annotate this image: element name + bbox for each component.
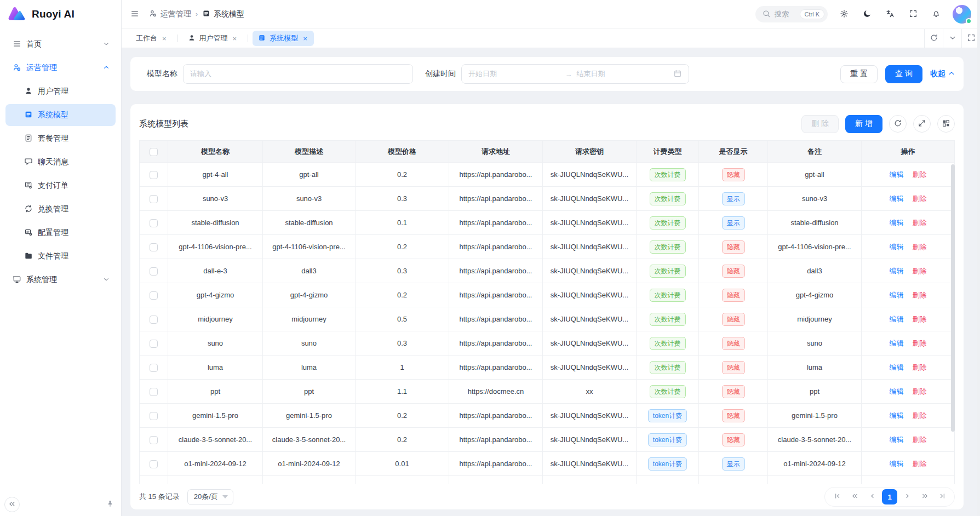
add-button[interactable]: 新 增 [845, 115, 882, 133]
delete-link[interactable]: 删除 [913, 339, 927, 347]
page-size-select[interactable]: 20条/页 [187, 489, 233, 505]
sidebar-item-用户管理[interactable]: 用户管理 [5, 81, 116, 102]
edit-link[interactable]: 编辑 [890, 339, 904, 347]
row-checkbox[interactable] [150, 243, 158, 251]
table-refresh-button[interactable] [889, 115, 907, 133]
sidebar-item-首页[interactable]: 首页 [5, 33, 116, 55]
delete-link[interactable]: 删除 [913, 194, 927, 203]
delete-link[interactable]: 删除 [913, 267, 927, 275]
close-icon[interactable]: × [302, 34, 308, 43]
chat-icon [24, 157, 33, 168]
page-number-current[interactable]: 1 [882, 489, 897, 504]
row-checkbox[interactable] [150, 291, 158, 300]
delete-link[interactable]: 删除 [913, 315, 927, 323]
user-avatar[interactable] [953, 5, 971, 24]
column-settings-button[interactable] [937, 115, 955, 133]
edit-link[interactable]: 编辑 [890, 435, 904, 444]
sidebar-item-系统管理[interactable]: 系统管理 [5, 269, 116, 291]
collapse-filter-link[interactable]: 收起 [930, 69, 954, 79]
cell-checkbox [140, 259, 168, 283]
delete-link[interactable]: 删除 [913, 460, 927, 468]
sidebar-item-配置管理[interactable]: 配置管理 [5, 222, 116, 244]
window-scrollbar[interactable] [977, 0, 980, 516]
row-checkbox[interactable] [150, 340, 158, 348]
edit-link[interactable]: 编辑 [890, 267, 904, 275]
prev-page-button[interactable] [864, 489, 880, 504]
delete-link[interactable]: 删除 [913, 435, 927, 444]
delete-link[interactable]: 删除 [913, 363, 927, 371]
model-name-input[interactable]: 请输入 [183, 64, 413, 84]
sidebar-item-套餐管理[interactable]: 套餐管理 [5, 128, 116, 150]
reset-button[interactable]: 重 置 [840, 65, 878, 83]
next-page-button[interactable] [899, 489, 915, 504]
dark-mode-button[interactable] [861, 7, 874, 22]
notifications-button[interactable] [930, 7, 943, 22]
fullscreen-button[interactable] [907, 7, 920, 22]
close-icon[interactable]: × [161, 34, 168, 43]
edit-link[interactable]: 编辑 [890, 243, 904, 251]
edit-link[interactable]: 编辑 [890, 315, 904, 323]
row-checkbox[interactable] [150, 219, 158, 227]
delete-link[interactable]: 删除 [913, 291, 927, 299]
global-search[interactable]: 搜索 Ctrl K [755, 6, 828, 22]
delete-link[interactable]: 删除 [913, 219, 927, 227]
edit-link[interactable]: 编辑 [890, 291, 904, 299]
cell-billing-type: 次数计费 [637, 307, 699, 331]
edit-link[interactable]: 编辑 [890, 194, 904, 203]
cell-checkbox [140, 404, 168, 428]
refresh-tab-button[interactable] [924, 29, 943, 48]
row-checkbox[interactable] [150, 460, 158, 468]
delete-link[interactable]: 删除 [913, 387, 927, 395]
edit-link[interactable]: 编辑 [890, 411, 904, 420]
date-range-input[interactable]: 开始日期 → 结束日期 [461, 64, 689, 84]
delete-link[interactable]: 删除 [913, 170, 927, 179]
hamburger-button[interactable] [128, 7, 141, 22]
delete-link[interactable]: 删除 [913, 411, 927, 420]
row-checkbox[interactable] [150, 436, 158, 444]
sidebar-item-系统模型[interactable]: 系统模型 [5, 104, 116, 126]
edit-link[interactable]: 编辑 [890, 363, 904, 371]
sidebar-item-兑换管理[interactable]: 兑换管理 [5, 198, 116, 220]
row-checkbox[interactable] [150, 388, 158, 396]
row-checkbox[interactable] [150, 364, 158, 372]
table-scrollbar[interactable] [951, 164, 955, 432]
brand[interactable]: Ruoyi AI [0, 0, 121, 28]
cell-request-key: sk-JIUQLNndqSeKWU... [543, 211, 637, 235]
language-button[interactable] [884, 7, 897, 22]
tab-工作台[interactable]: 工作台× [130, 31, 173, 46]
row-checkbox[interactable] [150, 267, 158, 276]
prev-pages-button[interactable] [847, 489, 862, 504]
tab-用户管理[interactable]: 用户管理× [182, 31, 244, 46]
row-checkbox[interactable] [150, 195, 158, 203]
sidebar-item-支付订单[interactable]: 支付订单 [5, 175, 116, 197]
breadcrumb-item-运营管理[interactable]: 运营管理 [149, 9, 191, 19]
last-page-button[interactable] [935, 489, 950, 504]
sidebar-item-运营管理[interactable]: 运营管理 [5, 57, 116, 79]
cell-request-key: xx [543, 380, 637, 404]
row-checkbox[interactable] [150, 412, 158, 420]
cell-model-price: 0.2 [356, 163, 449, 187]
sidebar-collapse-button[interactable] [4, 497, 20, 512]
select-all-checkbox[interactable] [150, 148, 158, 156]
next-pages-button[interactable] [917, 489, 932, 504]
first-page-button[interactable] [829, 489, 845, 504]
edit-link[interactable]: 编辑 [890, 387, 904, 395]
sidebar-item-文件管理[interactable]: 文件管理 [5, 245, 116, 267]
table-fullscreen-button[interactable] [913, 115, 931, 133]
query-button[interactable]: 查 询 [885, 65, 922, 83]
breadcrumb-item-系统模型[interactable]: 系统模型 [202, 9, 244, 19]
tab-系统模型[interactable]: 系统模型× [253, 31, 314, 46]
close-icon[interactable]: × [232, 34, 238, 43]
settings-button[interactable] [838, 7, 851, 22]
cell-model-name: ppt [168, 380, 263, 404]
row-checkbox[interactable] [150, 316, 158, 324]
pin-icon[interactable] [106, 500, 114, 510]
edit-link[interactable]: 编辑 [890, 460, 904, 468]
tabs-menu-button[interactable] [943, 29, 961, 48]
edit-link[interactable]: 编辑 [890, 170, 904, 179]
edit-link[interactable]: 编辑 [890, 219, 904, 227]
delete-link[interactable]: 删除 [913, 243, 927, 251]
sidebar-item-聊天消息[interactable]: 聊天消息 [5, 151, 116, 173]
row-checkbox[interactable] [150, 171, 158, 179]
delete-selected-button[interactable]: 删 除 [801, 115, 839, 133]
